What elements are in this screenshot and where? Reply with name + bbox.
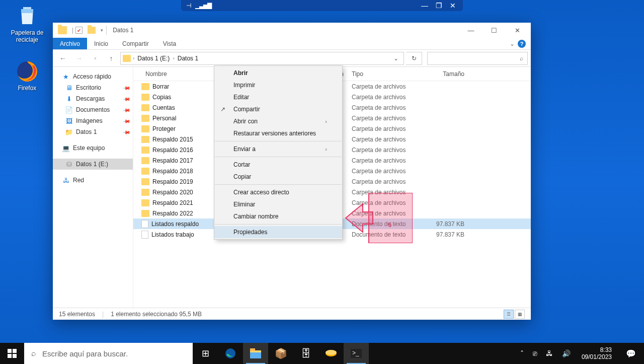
taskbar-app[interactable]: 🗄 xyxy=(293,343,318,364)
chevron-right-icon[interactable]: › xyxy=(133,55,134,61)
sidebar-quick-access[interactable]: ★ Acceso rápido xyxy=(53,71,133,82)
svg-rect-7 xyxy=(8,354,12,358)
breadcrumb[interactable]: Datos 1 xyxy=(176,54,200,63)
file-icon xyxy=(141,220,148,228)
context-menu-label: Enviar a xyxy=(233,145,256,153)
context-menu-item[interactable]: Propiedades xyxy=(214,226,342,238)
nav-back-button[interactable]: ← xyxy=(56,51,70,65)
sidebar-item[interactable]: 📁Datos 1📌 xyxy=(53,126,133,137)
pin-icon[interactable]: ⊣ xyxy=(186,2,191,9)
file-name: Respaldo 2016 xyxy=(152,147,193,154)
context-menu-item[interactable]: ↗Compartir xyxy=(214,103,342,115)
nav-recent-button[interactable]: ▾ xyxy=(88,51,102,65)
context-menu-label: Abrir xyxy=(233,69,248,77)
nav-forward-button[interactable]: → xyxy=(72,51,86,65)
file-icon xyxy=(141,231,148,239)
taskbar-terminal[interactable]: >_ xyxy=(344,343,369,364)
drive-icon: ⛁ xyxy=(65,160,73,168)
remote-close-icon[interactable]: ✕ xyxy=(448,2,458,10)
file-name: Proteger xyxy=(152,125,176,132)
qat-dropdown-icon[interactable]: ▾ xyxy=(101,28,103,33)
menubar: Archivo Inicio Compartir Vista ⌄ ? xyxy=(53,38,531,50)
chevron-right-icon[interactable]: › xyxy=(173,55,174,61)
start-button[interactable] xyxy=(0,343,24,364)
file-name: Respaldo 2015 xyxy=(152,136,193,143)
svg-rect-6 xyxy=(13,349,17,353)
firefox-icon[interactable]: Firefox xyxy=(8,59,46,92)
context-menu-item[interactable]: Enviar a› xyxy=(214,143,342,155)
tab-compartir[interactable]: Compartir xyxy=(115,38,156,49)
context-menu-item[interactable]: Abrir xyxy=(214,67,342,79)
qat-checkbox-icon[interactable]: ✔ xyxy=(75,27,83,34)
tray-show-hidden-icon[interactable]: ˄ xyxy=(517,349,527,357)
search-input[interactable]: ⌕ xyxy=(427,52,528,65)
file-type: Carpeta de archivos xyxy=(348,104,418,111)
context-menu-label: Compartir xyxy=(233,106,260,113)
tab-inicio[interactable]: Inicio xyxy=(87,38,115,49)
column-size[interactable]: Tamaño xyxy=(418,70,468,78)
tray-display-icon[interactable]: ⎚ xyxy=(530,349,540,357)
context-menu-item[interactable]: Crear acceso directo xyxy=(214,186,342,198)
context-menu-item[interactable]: Restaurar versiones anteriores xyxy=(214,127,342,139)
ribbon-expand-icon[interactable]: ⌄ xyxy=(510,40,515,47)
tab-vista[interactable]: Vista xyxy=(156,38,183,49)
sidebar-item-label: Este equipo xyxy=(73,144,105,152)
context-menu-label: Crear acceso directo xyxy=(233,189,289,196)
folder-icon[interactable] xyxy=(88,27,96,34)
sidebar-item[interactable]: 📄Documentos📌 xyxy=(53,104,133,115)
taskbar-app[interactable] xyxy=(318,343,344,364)
breadcrumb[interactable]: Datos 1 (E:) xyxy=(135,54,172,63)
sidebar-item[interactable]: ⬇Descargas📌 xyxy=(53,93,133,104)
recycle-bin-icon[interactable]: Papelera de reciclaje xyxy=(8,4,46,44)
context-menu-separator xyxy=(215,157,342,157)
context-menu-item[interactable]: Cortar xyxy=(214,159,342,171)
minimize-button[interactable]: — xyxy=(459,23,482,38)
address-bar[interactable]: › Datos 1 (E:) › Datos 1 ⌄ xyxy=(120,52,404,65)
sidebar-item[interactable]: 🖼Imágenes📌 xyxy=(53,115,133,126)
view-icons-button[interactable]: ▦ xyxy=(515,310,525,319)
close-button[interactable]: ✕ xyxy=(506,23,529,38)
sidebar-icon: 🖼 xyxy=(65,117,73,125)
search-input[interactable]: ⌕ Escribe aquí para buscar. xyxy=(24,343,193,364)
clock[interactable]: 8:33 09/01/2023 xyxy=(577,346,617,361)
context-menu-label: Editar xyxy=(233,94,249,101)
sidebar-item[interactable]: 🖥Escritorio📌 xyxy=(53,82,133,93)
refresh-button[interactable]: ↻ xyxy=(406,52,422,65)
view-details-button[interactable]: ☰ xyxy=(504,310,514,319)
folder-icon xyxy=(141,178,149,185)
context-menu-item[interactable]: Cambiar nombre xyxy=(214,210,342,223)
taskbar-edge[interactable] xyxy=(218,343,243,364)
context-menu-item[interactable]: Eliminar xyxy=(214,198,342,210)
folder-icon xyxy=(141,83,149,90)
context-menu-item[interactable]: Editar xyxy=(214,91,342,103)
address-dropdown-icon[interactable]: ⌄ xyxy=(390,55,401,62)
context-menu-item[interactable]: Copiar xyxy=(214,171,342,183)
sidebar-drive[interactable]: ⛁ Datos 1 (E:) xyxy=(53,159,133,170)
remote-minimize-icon[interactable]: — xyxy=(420,2,430,10)
nav-up-button[interactable]: ↑ xyxy=(104,51,118,65)
context-menu-item[interactable]: Imprimir xyxy=(214,79,342,91)
sidebar-network[interactable]: 🖧 Red xyxy=(53,175,133,186)
tab-archivo[interactable]: Archivo xyxy=(53,38,87,49)
folder-icon xyxy=(141,157,149,164)
navbar: ← → ▾ ↑ › Datos 1 (E:) › Datos 1 ⌄ ↻ ⌕ xyxy=(53,50,531,67)
context-menu-item[interactable]: Abrir con› xyxy=(214,115,342,127)
taskbar-app[interactable]: 📦 xyxy=(268,343,293,364)
taskbar: ⌕ Escribe aquí para buscar. ⊞ 📦 🗄 >_ ˄ ⎚… xyxy=(0,343,644,364)
task-view-button[interactable]: ⊞ xyxy=(193,343,218,364)
tray-volume-icon[interactable]: 🔊 xyxy=(559,349,574,357)
remote-restore-icon[interactable]: ❐ xyxy=(434,2,444,10)
titlebar[interactable]: | ✔ ▾ Datos 1 — ☐ ✕ xyxy=(53,23,531,38)
column-type[interactable]: Tipo xyxy=(348,70,418,78)
help-button[interactable]: ? xyxy=(518,40,526,48)
tray-network-icon[interactable]: 🖧 xyxy=(543,349,556,357)
file-size: 97.837 KB xyxy=(418,231,468,238)
taskbar-explorer[interactable] xyxy=(243,343,268,364)
folder-icon xyxy=(141,115,149,122)
context-menu: AbrirImprimirEditar↗CompartirAbrir con›R… xyxy=(214,65,343,240)
maximize-button[interactable]: ☐ xyxy=(482,23,506,38)
sidebar-item-label: Datos 1 xyxy=(76,128,97,135)
notification-button[interactable]: 💬 xyxy=(620,349,642,358)
context-menu-label: Restaurar versiones anteriores xyxy=(233,130,316,137)
sidebar-this-pc[interactable]: 💻 Este equipo xyxy=(53,142,133,154)
